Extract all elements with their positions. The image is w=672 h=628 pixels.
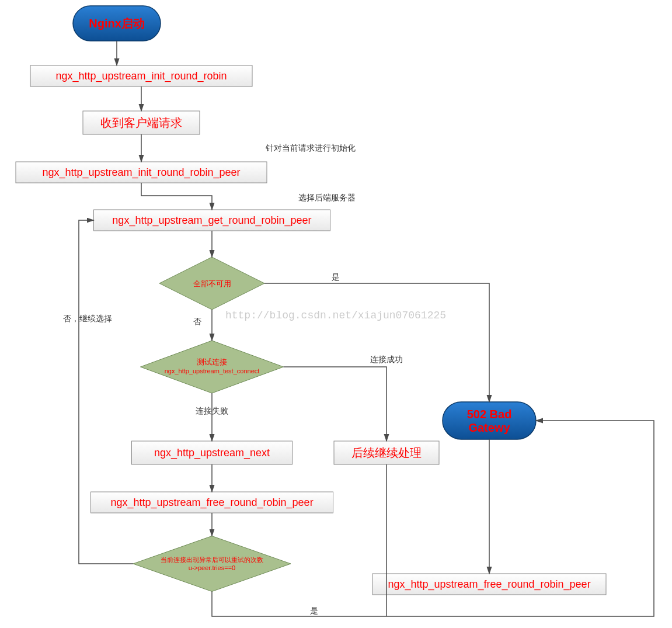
svg-text:测试连接: 测试连接 — [197, 358, 227, 366]
svg-text:502 Bad: 502 Bad — [467, 408, 512, 421]
svg-text:ngx_http_upstream_next: ngx_http_upstream_next — [154, 447, 270, 459]
svg-text:ngx_http_upstream_free_round_r: ngx_http_upstream_free_round_robin_peer — [388, 578, 590, 591]
watermark: http://blog.csdn.net/xiajun07061225 — [225, 310, 446, 321]
node-receive-request: 收到客户端请求 — [83, 111, 200, 134]
node-start: Nginx启动 — [73, 6, 161, 41]
label-init-current: 针对当前请求进行初始化 — [265, 143, 356, 152]
label-yes1: 是 — [332, 272, 340, 282]
node-free-rr-peer-right: ngx_http_upstream_free_round_robin_peer — [372, 574, 606, 595]
label-no: 否 — [193, 317, 201, 326]
node-init-round-robin: ngx_http_upstream_init_round_robin — [30, 65, 252, 86]
node-get-rr-peer: ngx_http_upstream_get_round_robin_peer — [94, 210, 330, 231]
svg-text:收到客户端请求: 收到客户端请求 — [100, 116, 182, 129]
svg-text:u->peer.tries==0: u->peer.tries==0 — [189, 564, 235, 571]
label-yes2: 是 — [310, 606, 318, 615]
edge-allunavail-yes — [264, 283, 489, 402]
node-retry-count: 当前连接出现异常后可以重试的次数u->peer.tries==0 — [133, 536, 291, 592]
svg-text:当前连接出现异常后可以重试的次数: 当前连接出现异常后可以重试的次数 — [161, 556, 263, 563]
edge-initpeer-getpeer — [141, 183, 212, 210]
edge-test-success — [284, 367, 387, 441]
node-test-connect: 测试连接ngx_http_upstream_test_connect — [141, 341, 284, 393]
svg-text:ngx_http_upstream_init_round_r: ngx_http_upstream_init_round_robin — [55, 70, 227, 82]
node-continue-processing: 后续继续处理 — [334, 441, 439, 464]
svg-text:ngx_http_upstream_free_round_r: ngx_http_upstream_free_round_robin_peer — [110, 497, 313, 509]
svg-text:Gatewy: Gatewy — [468, 421, 510, 434]
svg-text:ngx_http_upstream_test_connect: ngx_http_upstream_test_connect — [165, 367, 260, 374]
svg-text:ngx_http_upstream_get_round_ro: ngx_http_upstream_get_round_robin_peer — [112, 214, 311, 227]
svg-text:后续继续处理: 后续继续处理 — [351, 446, 422, 459]
svg-text:ngx_http_upstream_init_round_r: ngx_http_upstream_init_round_robin_peer — [42, 166, 240, 179]
node-all-unavailable: 全部不可用 — [159, 257, 264, 310]
node-init-rr-peer: ngx_http_upstream_init_round_robin_peer — [16, 162, 267, 183]
label-conn-fail: 连接失败 — [196, 406, 228, 415]
label-conn-success: 连接成功 — [370, 355, 403, 364]
node-502-bad-gateway: 502 BadGatewy — [443, 402, 536, 439]
node-free-rr-peer-left: ngx_http_upstream_free_round_robin_peer — [91, 492, 333, 513]
svg-text:Nginx启动: Nginx启动 — [89, 17, 145, 30]
node-upstream-next: ngx_http_upstream_next — [132, 441, 293, 464]
svg-text:全部不可用: 全部不可用 — [193, 279, 231, 288]
label-no-continue: 否，继续选择 — [63, 314, 112, 323]
label-select-backend: 选择后端服务器 — [298, 193, 356, 202]
